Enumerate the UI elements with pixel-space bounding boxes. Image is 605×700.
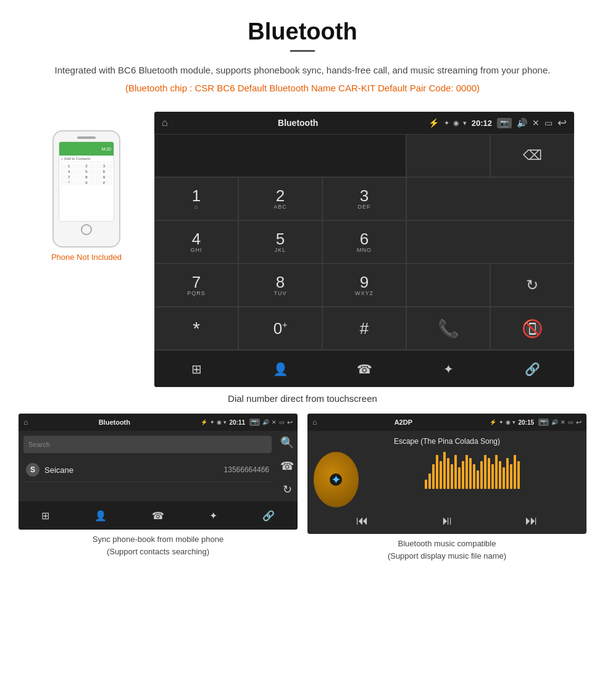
phonebook-main: Search S Seicane 13566664466: [19, 431, 277, 501]
visualizer-bar: [488, 458, 490, 489]
phone-speaker: [77, 136, 96, 139]
music-song-title: Escape (The Pina Colada Song): [394, 437, 500, 446]
music-back-icon[interactable]: ↩: [576, 419, 582, 427]
pb-call-icon[interactable]: ☎: [280, 459, 294, 473]
music-cam-icon[interactable]: 📷: [538, 419, 549, 426]
music-status-title: A2DP: [319, 419, 487, 426]
backspace-button[interactable]: ⌫: [490, 134, 574, 177]
pb-refresh-icon[interactable]: ↻: [283, 483, 292, 496]
music-home-icon[interactable]: ⌂: [312, 418, 317, 427]
visualizer-bar: [510, 464, 512, 489]
pb-home-icon[interactable]: ⌂: [23, 418, 28, 427]
next-button[interactable]: ⏭: [525, 514, 538, 528]
phone-not-included-label: Phone Not Included: [51, 252, 122, 262]
end-call-button[interactable]: 📵: [490, 307, 574, 350]
pb-cam-icon[interactable]: 📷: [249, 419, 260, 426]
search-placeholder: Search: [28, 441, 50, 448]
contact-number: 13566664466: [224, 465, 269, 474]
description-text: Integrated with BC6 Bluetooth module, su…: [37, 63, 568, 78]
status-icons: ✦ ◉ ▾: [444, 119, 467, 127]
visualizer-bar: [462, 461, 464, 489]
phone-side: M:20 + Add to Contacts 123 456 789 *0# P…: [31, 130, 142, 262]
call-red-icon: 📵: [522, 319, 543, 339]
volume-icon[interactable]: 🔊: [517, 118, 527, 128]
prev-button[interactable]: ⏮: [356, 514, 369, 528]
pb-link-nav-icon[interactable]: 🔗: [262, 510, 275, 522]
link-icon[interactable]: 🔗: [520, 357, 544, 381]
phone-screen-green-bar: M:20: [59, 142, 114, 156]
close-icon[interactable]: ✕: [532, 118, 540, 128]
wifi-icon: ▾: [463, 119, 467, 127]
back-icon[interactable]: ↩: [557, 116, 567, 130]
music-vol-icon[interactable]: 🔊: [551, 419, 558, 425]
visualizer-bar: [499, 461, 501, 489]
visualizer-bar: [436, 455, 438, 489]
dial-key-8[interactable]: 8 TUV: [238, 264, 322, 307]
visualizer-bar: [443, 452, 446, 489]
dialpad-content: ⌫ 1 ⌂ 2 ABC 3 DEF 4 GHI 5 J: [154, 134, 574, 350]
phonebook-search[interactable]: Search: [23, 436, 272, 453]
pb-scr-icon[interactable]: ▭: [279, 419, 285, 425]
dial-key-star[interactable]: *: [154, 307, 238, 350]
dial-key-4[interactable]: 4 GHI: [154, 220, 238, 264]
contacts-icon[interactable]: 👤: [268, 357, 293, 381]
phone-home-btn: [81, 224, 92, 235]
visualizer-bar: [517, 461, 520, 489]
dial-key-2[interactable]: 2 ABC: [238, 177, 322, 220]
music-screen: ⌂ A2DP ⚡ ✦ ◉ ▾ 20:15 📷 🔊 ✕ ▭ ↩ Escape (T…: [307, 414, 586, 534]
pb-phone-icon[interactable]: ☎: [152, 510, 164, 522]
pb-back-icon[interactable]: ↩: [287, 419, 293, 427]
dial-key-3[interactable]: 3 DEF: [322, 177, 406, 220]
status-time: 20:12: [472, 119, 492, 128]
pb-status-title: Bluetooth: [30, 419, 198, 426]
visualizer-bar: [428, 473, 431, 489]
dial-key-5[interactable]: 5 JKL: [238, 220, 322, 264]
visualizer-bar: [480, 461, 483, 489]
visualizer-bar: [451, 464, 453, 489]
home-icon[interactable]: ⌂: [162, 117, 168, 128]
play-pause-button[interactable]: ⏯: [441, 514, 453, 528]
pb-status-icons: ✦ ◉ ▾: [210, 419, 227, 425]
music-close-icon[interactable]: ✕: [561, 419, 565, 425]
screen-icon[interactable]: ▭: [544, 118, 553, 128]
pb-vol-icon[interactable]: 🔊: [262, 419, 269, 425]
pb-grid-icon[interactable]: ⊞: [41, 510, 49, 522]
page-header: Bluetooth Integrated with BC6 Bluetooth …: [0, 0, 605, 112]
pb-bt-nav-icon[interactable]: ✦: [209, 510, 217, 522]
music-bt-album-icon: ✦: [331, 472, 341, 487]
refresh-button[interactable]: ↻: [490, 264, 574, 307]
pb-wifi-icon: ▾: [223, 419, 227, 425]
dial-key-hash[interactable]: #: [322, 307, 406, 350]
visualizer-bar: [503, 467, 505, 489]
visualizer-bar: [473, 464, 475, 489]
pb-person-icon[interactable]: 👤: [94, 510, 107, 522]
phonebook-wrap: ⌂ Bluetooth ⚡ ✦ ◉ ▾ 20:11 📷 🔊 ✕ ▭ ↩: [19, 414, 298, 562]
contact-row: S Seicane 13566664466: [23, 458, 272, 482]
visualizer-bar: [465, 455, 468, 489]
empty-cell-1: [406, 134, 490, 177]
backspace-icon: ⌫: [523, 148, 542, 164]
pb-close-icon[interactable]: ✕: [272, 419, 277, 425]
contact-avatar: S: [26, 463, 40, 477]
music-scr-icon[interactable]: ▭: [568, 419, 574, 425]
call-green-icon: 📞: [438, 319, 459, 339]
usb-icon: ⚡: [428, 118, 439, 128]
dial-key-0[interactable]: 0+: [238, 307, 322, 350]
contact-name: Seicane: [44, 465, 73, 475]
grid-icon[interactable]: ⊞: [184, 357, 209, 381]
dial-key-9[interactable]: 9 WXYZ: [322, 264, 406, 307]
dial-key-6[interactable]: 6 MNO: [322, 220, 406, 264]
phone-icon[interactable]: ☎: [352, 357, 377, 381]
pb-search-icon[interactable]: 🔍: [280, 436, 294, 449]
bluetooth-info: (Bluetooth chip : CSR BC6 Default Blueto…: [37, 83, 568, 93]
dialpad-screen: ⌂ Bluetooth ⚡ ✦ ◉ ▾ 20:12 📷 🔊 ✕ ▭ ↩ ⌫: [154, 112, 574, 387]
camera-icon[interactable]: 📷: [497, 118, 512, 128]
bluetooth-status-icon: ✦: [444, 119, 449, 127]
dial-key-7[interactable]: 7 PQRS: [154, 264, 238, 307]
bt-icon[interactable]: ✦: [436, 357, 461, 381]
dialpad-status-title: Bluetooth: [173, 118, 424, 128]
music-status-icons: ✦ ◉ ▾: [499, 419, 515, 425]
dial-key-1[interactable]: 1 ⌂: [154, 177, 238, 220]
visualizer-bar: [454, 455, 457, 489]
call-button[interactable]: 📞: [406, 307, 490, 350]
